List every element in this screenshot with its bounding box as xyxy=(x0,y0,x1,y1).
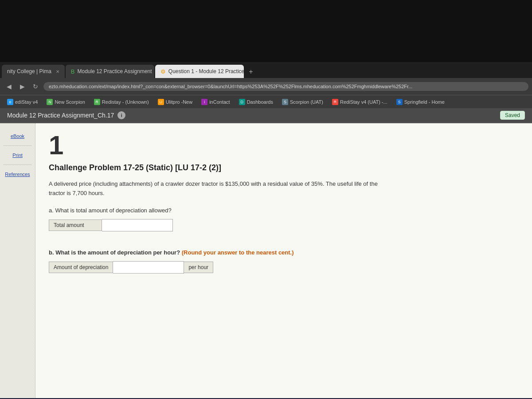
back-button[interactable]: ◀ xyxy=(4,81,14,92)
bookmark-incontact-label: inContact xyxy=(209,99,230,105)
bookmark-ulitpro-icon: U xyxy=(158,99,164,105)
sidebar-item-references[interactable]: References xyxy=(4,170,31,178)
bookmark-dashboards-label: Dashboards xyxy=(247,99,273,105)
bookmark-dashboards-icon: D xyxy=(239,99,245,105)
tab-question1-label: Question 1 - Module 12 Practice xyxy=(168,68,244,74)
bookmark-new-scorpion[interactable]: N New Scorpion xyxy=(43,98,88,106)
bookmark-redistay-unknown[interactable]: R Redistay - (Unknown) xyxy=(90,98,153,106)
depreciation-per-hour-label: Amount of depreciation xyxy=(49,262,113,273)
question-b-highlight: (Round your answer to the nearest cent.) xyxy=(182,249,294,256)
saved-badge: Saved xyxy=(500,111,525,120)
tab-question1[interactable]: ⚙ Question 1 - Module 12 Practice ✕ xyxy=(155,65,244,78)
bookmark-redistay-v4[interactable]: e ediStay v4 xyxy=(4,98,41,106)
total-amount-input[interactable] xyxy=(102,219,173,231)
sidebar-divider-2 xyxy=(4,164,31,165)
sidebar-divider-1 xyxy=(4,145,31,146)
page-header: Module 12 Practice Assignment_Ch.17 i Sa… xyxy=(0,108,532,123)
bookmark-springfield-label: Springfield - Home xyxy=(404,99,445,105)
per-hour-suffix: per hour xyxy=(184,262,213,273)
address-bar[interactable]: ezto.mheducation.com/ext/map/index.html?… xyxy=(43,82,528,91)
bookmark-redistay-uat-icon: R xyxy=(332,99,338,105)
tab-pima[interactable]: nity College | Pima ✕ xyxy=(2,65,65,78)
bookmark-redistay-unknown-label: Redistay - (Unknown) xyxy=(102,99,149,105)
bookmark-dashboards[interactable]: D Dashboards xyxy=(235,98,277,106)
bookmark-redistay-v4-label: ediStay v4 xyxy=(15,99,38,105)
depreciation-per-hour-input[interactable] xyxy=(113,261,184,274)
address-bar-row: ◀ ▶ ↻ ezto.mheducation.com/ext/map/index… xyxy=(0,78,532,95)
bookmark-redistay-uat[interactable]: R RediStay v4 (UAT) -... xyxy=(329,98,391,106)
address-bar-text: ezto.mheducation.com/ext/map/index.html?… xyxy=(49,84,412,89)
bookmark-scorpion-uat-icon: S xyxy=(282,99,288,105)
tab-question1-icon: ⚙ xyxy=(160,68,166,75)
bookmark-redistay-unknown-icon: R xyxy=(94,99,100,105)
sidebar: eBook Print References xyxy=(0,123,35,398)
tab-bar: nity College | Pima ✕ B Module 12 Practi… xyxy=(0,62,532,78)
main-content: 1 Challenge Problem 17-25 (Static) [LU 1… xyxy=(35,123,532,398)
question-b: b. What is the amount of depreciation pe… xyxy=(49,249,519,274)
problem-text: A delivered price (including attachments… xyxy=(49,180,381,198)
tab-add-button[interactable]: + xyxy=(245,66,257,78)
question-b-label: b. What is the amount of depreciation pe… xyxy=(49,249,519,256)
tab-module12-label: Module 12 Practice Assignment xyxy=(78,68,152,74)
bookmark-springfield[interactable]: S Springfield - Home xyxy=(393,98,448,106)
tab-module12[interactable]: B Module 12 Practice Assignment ✕ xyxy=(66,65,154,78)
bookmark-springfield-icon: S xyxy=(396,99,403,105)
bookmark-ulitpro[interactable]: U Ulitpro -New xyxy=(154,98,196,106)
question-b-input-row: Amount of depreciation per hour xyxy=(49,261,519,274)
question-b-label-start: b. What is the amount of depreciation pe… xyxy=(49,249,180,256)
bookmark-incontact[interactable]: i inContact xyxy=(198,98,233,106)
bookmark-new-scorpion-icon: N xyxy=(47,99,53,105)
bookmark-ulitpro-label: Ulitpro -New xyxy=(166,99,193,105)
tab-pima-close[interactable]: ✕ xyxy=(56,69,59,74)
bookmark-new-scorpion-label: New Scorpion xyxy=(55,99,85,105)
forward-button[interactable]: ▶ xyxy=(17,81,27,92)
top-bar xyxy=(0,0,532,62)
question-a-input-row: Total amount xyxy=(49,219,519,231)
tab-module12-icon: B xyxy=(71,68,75,75)
bookmark-redistay-uat-label: RediStay v4 (UAT) -... xyxy=(340,99,387,105)
bookmark-scorpion-uat[interactable]: S Scorpion (UAT) xyxy=(278,98,327,106)
problem-title: Challenge Problem 17-25 (Static) [LU 17-… xyxy=(49,163,519,172)
browser-chrome: nity College | Pima ✕ B Module 12 Practi… xyxy=(0,62,532,108)
content-area: eBook Print References 1 Challenge Probl… xyxy=(0,123,532,398)
question-a-label: a. What is total amount of depreciation … xyxy=(49,207,519,214)
sidebar-item-ebook[interactable]: eBook xyxy=(9,132,26,140)
info-icon[interactable]: i xyxy=(117,111,125,119)
refresh-button[interactable]: ↻ xyxy=(30,81,41,92)
problem-number: 1 xyxy=(49,132,519,159)
question-a: a. What is total amount of depreciation … xyxy=(49,207,519,231)
bookmarks-bar: e ediStay v4 N New Scorpion R Redistay -… xyxy=(0,95,532,108)
tab-pima-label: nity College | Pima xyxy=(7,68,51,74)
sidebar-item-print[interactable]: Print xyxy=(11,151,24,159)
bookmark-redistay-v4-icon: e xyxy=(7,99,13,105)
bookmark-scorpion-uat-label: Scorpion (UAT) xyxy=(290,99,323,105)
page-title-row: Module 12 Practice Assignment_Ch.17 i xyxy=(7,111,125,119)
bookmark-incontact-icon: i xyxy=(201,99,207,105)
page-title: Module 12 Practice Assignment_Ch.17 xyxy=(7,112,114,119)
total-amount-label: Total amount xyxy=(49,219,102,231)
